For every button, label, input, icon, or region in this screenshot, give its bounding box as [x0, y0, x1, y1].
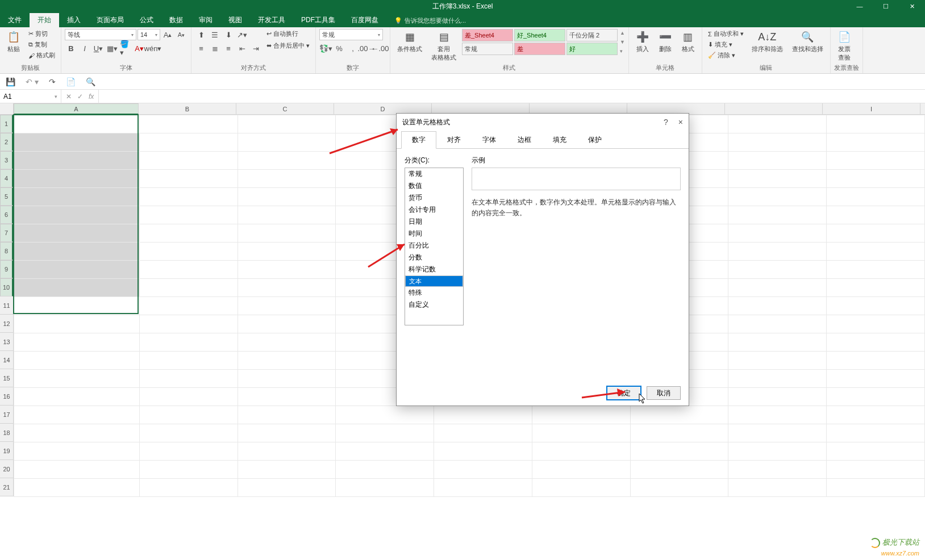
tell-me[interactable]: 💡 告诉我您想要做什么...	[394, 16, 466, 27]
category-item-5[interactable]: 时间	[405, 228, 463, 240]
cell[interactable]	[827, 315, 925, 333]
cell[interactable]	[728, 406, 827, 424]
cell-styles-gallery[interactable]: 差_Sheet4 好_Sheet4 千位分隔 2 常规 差 好	[462, 29, 618, 55]
tab-developer[interactable]: 开发工具	[250, 13, 293, 27]
tab-file[interactable]: 文件	[0, 13, 30, 27]
cell[interactable]	[14, 224, 140, 243]
cell[interactable]	[728, 461, 827, 479]
cell[interactable]	[139, 243, 238, 261]
cell[interactable]	[336, 479, 434, 497]
cell[interactable]	[14, 206, 140, 224]
align-middle-button[interactable]: ☰	[209, 29, 221, 40]
cell[interactable]	[14, 333, 140, 352]
cell[interactable]	[139, 406, 238, 424]
cell[interactable]	[827, 333, 925, 352]
category-item-9[interactable]: 文本	[405, 275, 463, 287]
sort-filter-button[interactable]: A↓Z排序和筛选	[748, 29, 786, 55]
cell[interactable]	[434, 461, 532, 479]
cell[interactable]	[434, 406, 532, 424]
paste-button[interactable]: 📋 粘贴	[3, 29, 24, 55]
cell[interactable]	[238, 424, 336, 442]
column-header-I[interactable]: I	[823, 103, 920, 114]
cell[interactable]	[14, 370, 140, 388]
fx-button[interactable]: fx	[89, 93, 94, 101]
cell[interactable]	[14, 406, 140, 424]
category-item-11[interactable]: 自定义	[405, 299, 463, 311]
row-header-1[interactable]: 1	[0, 115, 13, 133]
cell[interactable]	[827, 279, 925, 297]
cell[interactable]	[728, 206, 827, 224]
cell[interactable]	[827, 370, 925, 388]
cell[interactable]	[238, 279, 336, 297]
cell[interactable]	[336, 442, 434, 461]
cell[interactable]	[139, 279, 238, 297]
cell[interactable]	[728, 479, 827, 497]
format-cells-button[interactable]: ▥格式	[678, 29, 698, 55]
column-header-H[interactable]	[725, 103, 823, 114]
cell[interactable]	[827, 115, 925, 133]
cell[interactable]	[139, 188, 238, 206]
gallery-up-button[interactable]: ▲	[620, 30, 625, 36]
align-right-button[interactable]: ≡	[222, 43, 235, 54]
cell[interactable]	[728, 297, 827, 315]
cell[interactable]	[827, 352, 925, 370]
cell[interactable]	[139, 352, 238, 370]
find-select-button[interactable]: 🔍查找和选择	[789, 29, 827, 55]
style-good[interactable]: 好	[566, 43, 618, 55]
font-size-select[interactable]: 14▾	[138, 29, 160, 40]
name-box[interactable]: A1 ▾	[0, 90, 61, 103]
cell[interactable]	[238, 206, 336, 224]
category-item-0[interactable]: 常规	[405, 168, 463, 180]
align-left-button[interactable]: ≡	[195, 43, 207, 54]
cell[interactable]	[14, 170, 140, 188]
cell[interactable]	[139, 388, 238, 406]
cell[interactable]	[728, 188, 827, 206]
cell[interactable]	[336, 424, 434, 442]
cell[interactable]	[827, 424, 925, 442]
row-header-19[interactable]: 19	[0, 442, 13, 460]
cell[interactable]	[139, 424, 238, 442]
cell[interactable]	[139, 315, 238, 333]
cancel-formula-button[interactable]: ✕	[66, 93, 72, 101]
cell[interactable]	[238, 152, 336, 170]
percent-button[interactable]: %	[333, 43, 345, 54]
decrease-decimal-button[interactable]: ←.00	[374, 43, 386, 54]
insert-cells-button[interactable]: ➕插入	[632, 29, 653, 55]
cell[interactable]	[728, 370, 827, 388]
autosum-button[interactable]: Σ自动求和▾	[706, 29, 746, 39]
cell[interactable]	[532, 406, 630, 424]
cell[interactable]	[238, 243, 336, 261]
cell[interactable]	[139, 442, 238, 461]
category-item-10[interactable]: 特殊	[405, 287, 463, 299]
save-button[interactable]: 💾	[6, 77, 15, 86]
cell[interactable]	[728, 424, 827, 442]
tab-home[interactable]: 开始	[30, 13, 59, 27]
cell[interactable]	[728, 388, 827, 406]
cell[interactable]	[14, 352, 140, 370]
row-header-11[interactable]: 11	[0, 296, 13, 315]
increase-indent-button[interactable]: ⇥	[249, 43, 262, 54]
cell[interactable]	[728, 224, 827, 243]
bold-button[interactable]: B	[65, 43, 77, 54]
cell[interactable]	[238, 133, 336, 152]
cell[interactable]	[139, 261, 238, 279]
cell[interactable]	[139, 133, 238, 152]
format-painter-button[interactable]: 🖌格式刷	[26, 51, 57, 60]
cell[interactable]	[827, 206, 925, 224]
cell[interactable]	[14, 297, 140, 315]
enter-formula-button[interactable]: ✓	[77, 93, 83, 101]
style-comma[interactable]: 千位分隔 2	[566, 29, 618, 41]
cell[interactable]	[630, 461, 728, 479]
tab-data[interactable]: 数据	[161, 13, 191, 27]
cell[interactable]	[827, 261, 925, 279]
tab-formulas[interactable]: 公式	[132, 13, 161, 27]
tab-pdf-tools[interactable]: PDF工具集	[293, 13, 343, 27]
cell[interactable]	[238, 188, 336, 206]
redo-button[interactable]: ↷	[49, 77, 56, 86]
cell[interactable]	[827, 224, 925, 243]
row-header-4[interactable]: 4	[0, 169, 13, 187]
cancel-button[interactable]: 取消	[647, 386, 681, 400]
row-header-15[interactable]: 15	[0, 369, 13, 387]
row-header-10[interactable]: 10	[0, 278, 13, 296]
merge-center-button[interactable]: ⬌合并后居中▾	[264, 41, 312, 51]
